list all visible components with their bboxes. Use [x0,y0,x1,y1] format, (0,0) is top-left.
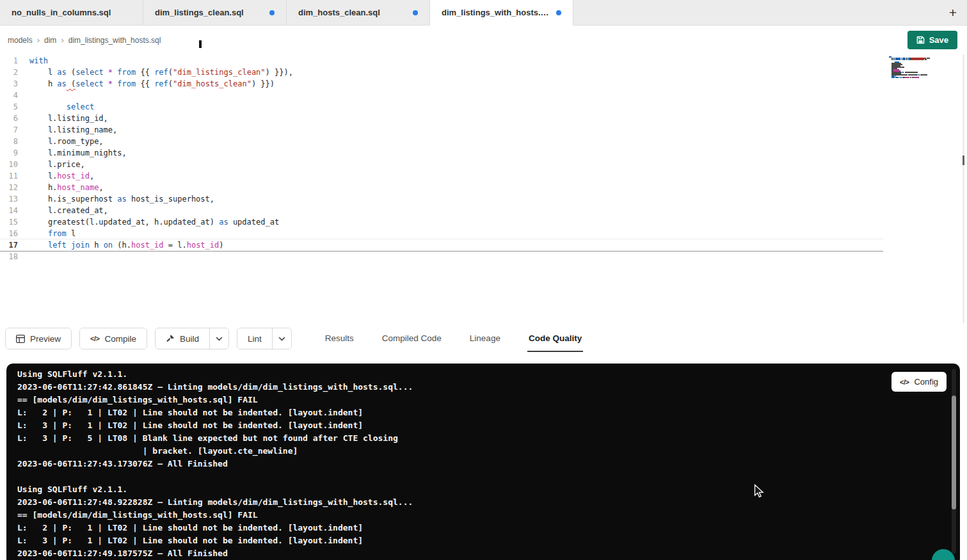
code-line[interactable]: 9 l.minimum_nights, [0,147,883,159]
editor-scrollbar-thumb[interactable] [963,156,964,165]
line-number: 1 [0,55,22,67]
code-line[interactable]: 10 l.price, [0,159,883,170]
code-line[interactable]: 1with [0,55,883,67]
add-tab-button[interactable]: + [949,6,957,19]
editor-tab-dim-listings-with-hosts-sql[interactable]: dim_listings_with_hosts.sql [430,0,573,26]
result-panel-tabs: ResultsCompiled CodeLineageCode Quality [324,325,583,352]
line-number: 13 [0,193,22,205]
minimap-line [889,78,936,79]
breadcrumb-separator: › [61,35,63,45]
line-number: 2 [0,67,22,78]
editor-tab-no-nulls-in-columns-sql[interactable]: no_nulls_in_columns.sql [0,0,143,25]
line-number: 6 [0,113,22,124]
dbt-cloud-ide: { "colors": { "accent": "#2b7de9", "save… [0,0,967,560]
editor-tab-bar: no_nulls_in_columns.sqldim_listings_clea… [0,0,967,26]
code-text: l.host_id, [29,170,94,182]
chevron-down-icon [278,337,285,341]
preview-grid-icon [16,335,25,343]
code-line[interactable]: 16 from l [0,228,883,239]
build-hammer-icon [166,334,175,343]
terminal-line: Using SQLFluff v2.1.1. [17,368,890,381]
preview-button[interactable]: Preview [6,328,71,349]
line-number: 16 [0,228,22,239]
mouse-cursor [754,484,765,499]
unsaved-indicator-dot [556,10,561,15]
breadcrumb-segment: dim_listings_with_hosts.sql [68,36,161,45]
button-label: Lint [248,334,262,344]
code-line[interactable]: 11 l.host_id, [0,170,883,182]
terminal-line [17,470,890,483]
unsaved-indicator-dot [413,10,418,15]
tab-label: dim_listings_with_hosts.sql [442,8,550,17]
file-header-bar: models›dim›dim_listings_with_hosts.sql S… [0,26,967,54]
minimap [889,56,936,79]
code-text: l.listing_name, [29,124,117,136]
code-line[interactable]: 5 select [0,101,883,113]
code-text: h.is_superhost as host_is_superhost, [29,193,214,205]
terminal-line: == [models/dim/dim_listings_with_hosts.s… [17,509,890,522]
save-button-label: Save [929,35,948,45]
terminal-scrollbar-thumb[interactable] [952,396,956,509]
compile-button[interactable]: </>Compile [80,328,147,349]
line-number: 8 [0,136,22,147]
code-line[interactable]: 6 l.listing_id, [0,113,883,124]
lint-button[interactable]: Lint [237,328,272,349]
code-line[interactable]: 17 left join h on (h.host_id = l.host_id… [0,239,883,251]
code-line[interactable]: 15 greatest(l.updated_at, h.updated_at) … [0,216,883,228]
terminal-line: == [models/dim/dim_listings_with_hosts.s… [17,394,890,406]
tab-compiled-code[interactable]: Compiled Code [381,325,443,352]
line-number: 5 [0,101,22,113]
code-line[interactable]: 2 l as (select * from {{ ref("dim_listin… [0,67,883,78]
line-number: 4 [0,90,22,101]
build-button-group: Build [155,328,229,349]
config-button[interactable]: </> Config [891,372,947,392]
terminal-line: 2023-06-06T11:27:49.187575Z — All Finish… [17,547,890,560]
build-menu-button[interactable] [209,328,228,349]
line-number: 17 [0,239,22,251]
code-line[interactable]: 4 [0,90,883,101]
code-line[interactable]: 13 h.is_superhost as host_is_superhost, [0,193,883,205]
code-text: l.listing_id, [29,113,108,124]
tab-lineage[interactable]: Lineage [468,325,502,352]
breadcrumb: models›dim›dim_listings_with_hosts.sql [8,35,161,45]
lint-menu-button[interactable] [272,328,291,349]
breadcrumb-separator: › [37,35,40,45]
code-text: greatest(l.updated_at, h.updated_at) as … [29,216,279,228]
config-code-icon: </> [900,378,909,386]
code-line[interactable]: 12 h.host_name, [0,182,883,193]
terminal-line: 2023-06-06T11:27:42.861845Z — Linting mo… [17,381,890,394]
code-text: l.minimum_nights, [29,147,127,159]
breadcrumb-segment: dim [44,36,56,45]
line-number: 18 [0,251,22,262]
line-number: 15 [0,216,22,228]
tab-label: dim_listings_clean.sql [155,8,244,17]
button-label: Preview [30,334,61,344]
code-text: select [29,101,94,113]
tab-results[interactable]: Results [324,325,355,352]
code-line[interactable]: 8 l.room_type, [0,136,883,147]
line-number: 10 [0,159,22,170]
editor-scrollbar-track[interactable] [963,54,964,323]
code-line[interactable]: 3 h as (select * from {{ ref("dim_hosts_… [0,78,883,90]
preview-button-group: Preview [5,328,72,349]
unsaved-indicator-dot [269,10,275,15]
terminal-line: L: 3 | P: 1 | LT02 | Line should not be … [17,419,890,432]
save-button[interactable]: Save [907,31,957,49]
save-icon [916,36,925,44]
tab-label: dim_hosts_clean.sql [298,8,380,17]
build-button[interactable]: Build [156,328,209,349]
terminal-line: 2023-06-06T11:27:43.173076Z — All Finish… [17,458,890,470]
toolbar-buttons: Preview</>CompileBuildLint [5,328,300,349]
code-text: l.price, [29,159,85,170]
editor-tab-dim-listings-clean-sql[interactable]: dim_listings_clean.sql [143,0,287,25]
code-editor[interactable]: 1with2 l as (select * from {{ ref("dim_l… [0,54,967,326]
editor-tab-dim-hosts-clean-sql[interactable]: dim_hosts_clean.sql [287,0,430,25]
line-number: 3 [0,78,22,90]
terminal-line: L: 3 | P: 1 | LT02 | Line should not be … [17,534,890,547]
code-line[interactable]: 18 [0,251,883,262]
tab-code-quality[interactable]: Code Quality [527,325,583,352]
code-line[interactable]: 14 l.created_at, [0,205,883,216]
code-line[interactable]: 7 l.listing_name, [0,124,883,136]
code-lines: 1with2 l as (select * from {{ ref("dim_l… [0,55,967,262]
config-button-label: Config [914,377,938,387]
